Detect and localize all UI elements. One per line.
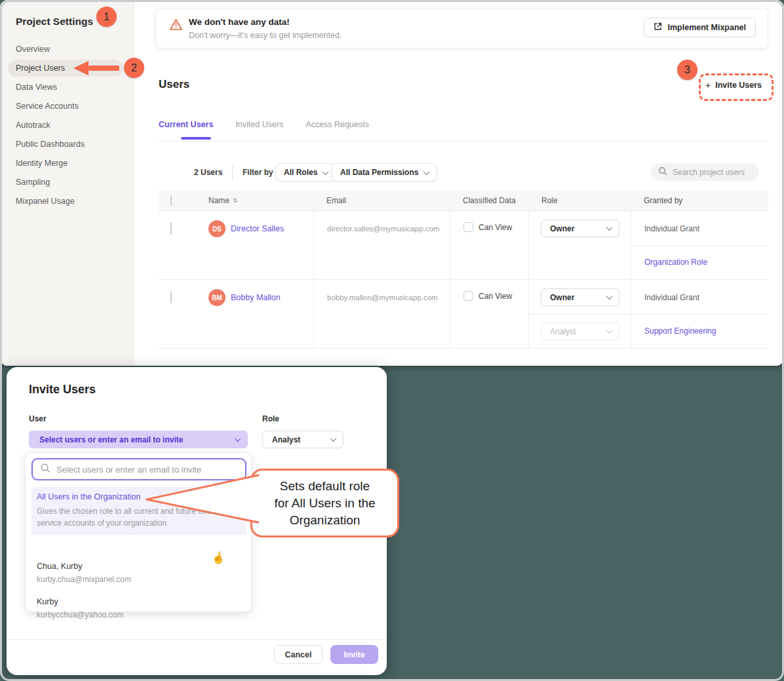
search-input[interactable] [673, 168, 751, 177]
project-settings-page: Project Settings Overview Project Users … [0, 0, 784, 366]
role-select[interactable]: Owner [541, 288, 619, 306]
chevron-down-icon [606, 327, 613, 334]
sidebar-item-public-dashboards[interactable]: Public Dashboards [8, 136, 123, 153]
invite-users-label: Invite Users [715, 81, 762, 90]
tab-invited-users[interactable]: Invited Users [235, 120, 283, 138]
chevron-down-icon [323, 168, 329, 175]
sidebar-item-overview[interactable]: Overview [8, 41, 123, 58]
tab-current-users[interactable]: Current Users [159, 120, 213, 138]
avatar: DS [208, 220, 225, 237]
tabs-divider [159, 141, 768, 142]
sort-icon[interactable]: ⇅ [233, 197, 238, 204]
user-name-link[interactable]: Director Salles [231, 220, 284, 233]
role-field-label: Role [262, 414, 279, 423]
column-header-classified: Classified Data [450, 196, 528, 205]
option-user-email: kurbycchua@yahoo.com [37, 610, 123, 619]
users-toolbar: 2 Users Filter by All Roles All Data Per… [159, 163, 768, 182]
can-view-label: Can View [479, 223, 512, 232]
user-select-value: Select users or enter an email to invite [39, 435, 183, 444]
can-view-checkbox[interactable] [463, 222, 473, 232]
select-all-checkbox[interactable] [170, 195, 172, 206]
external-link-icon [654, 22, 662, 33]
search-icon [658, 166, 667, 178]
implement-mixpanel-label: Implement Mixpanel [668, 23, 746, 32]
chevron-down-icon [606, 293, 613, 300]
option-user[interactable]: Kurby kurbycchua@yahoo.com [37, 597, 123, 619]
sidebar: Project Settings Overview Project Users … [0, 0, 134, 366]
organization-role-link[interactable]: Organization Role [631, 245, 768, 279]
invite-submit-button[interactable]: Invite [330, 645, 378, 664]
sidebar-item-data-views[interactable]: Data Views [8, 79, 123, 96]
annotation-step-1: 1 [96, 7, 117, 27]
callout-tail-icon [138, 465, 262, 537]
role-cell-empty [528, 245, 631, 279]
no-data-banner: We don't have any data! Don't worry—it's… [155, 8, 768, 49]
table-header-row: Name ⇅ Email Classified Data Role Grante… [159, 190, 768, 211]
avatar: BM [208, 289, 225, 306]
chevron-down-icon [423, 168, 430, 175]
toolbar-divider [232, 165, 233, 180]
granted-by-value: Individual Grant [631, 211, 768, 245]
annotation-arrow-icon [73, 61, 119, 75]
user-email: bobby.mallon@mymusicapp.com [313, 280, 450, 348]
warning-icon [169, 18, 183, 33]
sidebar-item-autotrack[interactable]: Autotrack [8, 117, 123, 134]
filter-by-label: Filter by [243, 168, 273, 177]
option-user[interactable]: Chua, Kurby kurby.chua@mixpanel.com [37, 562, 131, 584]
active-tab-indicator [181, 137, 211, 140]
sidebar-item-mixpanel-usage[interactable]: Mixpanel Usage [8, 193, 123, 210]
annotation-step-3: 3 [677, 60, 697, 80]
role-select-value: Analyst [272, 435, 300, 444]
user-select-control[interactable]: Select users or enter an email to invite [29, 431, 248, 448]
user-count: 2 Users [194, 168, 222, 177]
granted-by-value: Individual Grant [631, 280, 768, 314]
role-select-control[interactable]: Analyst [262, 431, 343, 448]
column-header-name[interactable]: Name ⇅ [203, 196, 313, 205]
chevron-down-icon [330, 435, 337, 442]
cursor-hand-icon: ☝ [210, 550, 226, 566]
all-data-permissions-label: All Data Permissions [340, 168, 418, 177]
users-table: Name ⇅ Email Classified Data Role Grante… [159, 190, 768, 349]
option-user-name: Kurby [37, 597, 123, 606]
callout-bubble: Sets default role for All Users in the O… [250, 469, 399, 537]
chevron-down-icon [606, 224, 613, 231]
column-header-granted-by: Granted by [631, 196, 768, 205]
column-header-email: Email [313, 196, 450, 205]
support-engineering-link[interactable]: Support Engineering [631, 314, 768, 348]
all-roles-dropdown[interactable]: All Roles [275, 163, 336, 182]
banner-subtitle: Don't worry—it's easy to get implemented… [189, 31, 342, 40]
user-field-label: User [29, 414, 47, 423]
user-name-link[interactable]: Bobby Mallon [231, 289, 281, 302]
chevron-down-icon [235, 435, 241, 442]
table-row: DS Director Salles director.salles@mymus… [159, 211, 768, 280]
users-tabs: Current Users Invited Users Access Reque… [159, 120, 369, 138]
sidebar-title: Project Settings [16, 16, 93, 28]
cancel-button[interactable]: Cancel [274, 645, 323, 664]
row-checkbox[interactable] [170, 291, 172, 303]
modal-title: Invite Users [29, 383, 96, 397]
modal-footer-divider [7, 639, 387, 640]
row-checkbox[interactable] [170, 222, 172, 235]
can-view-checkbox[interactable] [463, 291, 473, 301]
banner-title: We don't have any data! [189, 17, 290, 27]
page-title: Users [159, 78, 189, 91]
sidebar-item-sampling[interactable]: Sampling [8, 174, 123, 191]
plus-icon: + [705, 80, 711, 90]
annotation-step-2: 2 [124, 58, 144, 78]
invite-users-button[interactable]: + Invite Users [705, 80, 762, 90]
all-data-permissions-dropdown[interactable]: All Data Permissions [332, 163, 437, 182]
role-select[interactable]: Owner [541, 220, 619, 237]
implement-mixpanel-button[interactable]: Implement Mixpanel [644, 18, 756, 37]
search-icon [40, 463, 50, 476]
column-header-role: Role [528, 196, 631, 205]
search-project-users[interactable] [650, 163, 759, 181]
option-user-email: kurby.chua@mixpanel.com [37, 575, 131, 584]
all-roles-label: All Roles [284, 168, 317, 177]
option-user-name: Chua, Kurby [37, 562, 131, 571]
sidebar-item-identity-merge[interactable]: Identity Merge [8, 155, 123, 172]
table-row: BM Bobby Mallon bobby.mallon@mymusicapp.… [159, 280, 768, 349]
tab-access-requests[interactable]: Access Requests [305, 120, 369, 138]
user-email: director.salles@mymusicapp.com [313, 211, 450, 279]
role-select-disabled: Analyst [541, 322, 619, 340]
sidebar-item-service-accounts[interactable]: Service Accounts [8, 98, 123, 115]
